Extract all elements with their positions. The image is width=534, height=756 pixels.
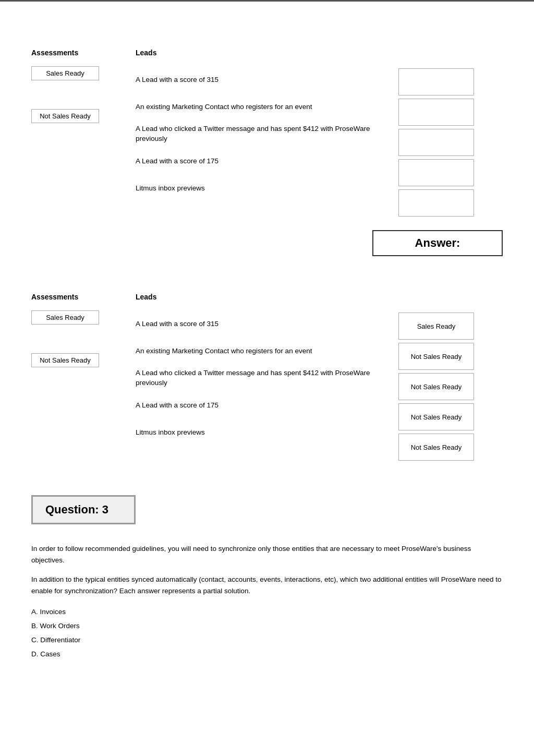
- empty-answers-column: [398, 28, 503, 220]
- empty-answer-box-2: [398, 99, 474, 126]
- empty-answer-box-1: [398, 68, 474, 95]
- not-sales-ready-badge-1: Not Sales Ready: [31, 109, 99, 123]
- lead-item-2: An existing Marketing Contact who regist…: [136, 93, 398, 121]
- assessments-header-1: Assessments: [31, 49, 136, 57]
- answer-lead-item-3: A Lead who clicked a Twitter message and…: [136, 365, 398, 392]
- lead-item-3: A Lead who clicked a Twitter message and…: [136, 121, 398, 148]
- badge-group-1: Sales Ready Not Sales Ready: [31, 66, 136, 123]
- question3-body2: In addition to the typical entities sync…: [31, 574, 503, 596]
- question3-title: Question: 3: [45, 503, 108, 516]
- not-sales-ready-badge-2: Not Sales Ready: [31, 353, 99, 367]
- option-a: A. Invoices: [31, 605, 503, 619]
- question-section-2: Assessments Sales Ready Not Sales Ready …: [31, 272, 503, 464]
- option-d: D. Cases: [31, 647, 503, 661]
- leads-column-1: Leads A Lead with a score of 315 An exis…: [136, 28, 398, 220]
- top-border: [0, 0, 534, 2]
- answer-header-label: Answer:: [415, 236, 460, 249]
- empty-answer-box-4: [398, 159, 474, 186]
- question-section-1: Assessments Sales Ready Not Sales Ready …: [31, 28, 503, 220]
- badge-group-2: Sales Ready Not Sales Ready: [31, 310, 136, 367]
- answer-box-1: Sales Ready: [398, 313, 474, 340]
- question3-section: Question: 3 In order to follow recommend…: [31, 479, 503, 661]
- sales-ready-badge-1: Sales Ready: [31, 66, 99, 80]
- answer-lead-item-2: An existing Marketing Contact who regist…: [136, 338, 398, 365]
- answer-lead-item-4: A Lead with a score of 175: [136, 392, 398, 419]
- empty-answer-box-3: [398, 129, 474, 156]
- answer-header-box: Answer:: [372, 230, 503, 256]
- question3-body1: In order to follow recommended guideline…: [31, 543, 503, 566]
- answer-box-2: Not Sales Ready: [398, 343, 474, 370]
- leads-header-1: Leads: [136, 49, 398, 57]
- assessments-header-2: Assessments: [31, 293, 136, 301]
- assessments-column-2: Assessments Sales Ready Not Sales Ready: [31, 272, 136, 464]
- filled-answers-column: Sales Ready Not Sales Ready Not Sales Re…: [398, 272, 503, 464]
- lead-item-4: A Lead with a score of 175: [136, 148, 398, 175]
- answer-header-row: Answer:: [31, 230, 503, 256]
- lead-item-5: Litmus inbox previews: [136, 175, 398, 202]
- answer-box-5: Not Sales Ready: [398, 434, 474, 461]
- answer-lead-item-1: A Lead with a score of 315: [136, 310, 398, 338]
- answer-lead-item-5: Litmus inbox previews: [136, 419, 398, 446]
- option-c: C. Differentiator: [31, 633, 503, 647]
- empty-answer-box-5: [398, 189, 474, 217]
- lead-item-1: A Lead with a score of 315: [136, 66, 398, 93]
- question3-options: A. Invoices B. Work Orders C. Differenti…: [31, 605, 503, 661]
- assessments-column-1: Assessments Sales Ready Not Sales Ready: [31, 28, 136, 220]
- option-b: B. Work Orders: [31, 619, 503, 633]
- question3-box: Question: 3: [31, 495, 136, 524]
- leads-column-2: Leads A Lead with a score of 315 An exis…: [136, 272, 398, 464]
- answer-box-4: Not Sales Ready: [398, 403, 474, 430]
- answer-box-3: Not Sales Ready: [398, 373, 474, 400]
- leads-header-2: Leads: [136, 293, 398, 301]
- sales-ready-badge-2: Sales Ready: [31, 310, 99, 325]
